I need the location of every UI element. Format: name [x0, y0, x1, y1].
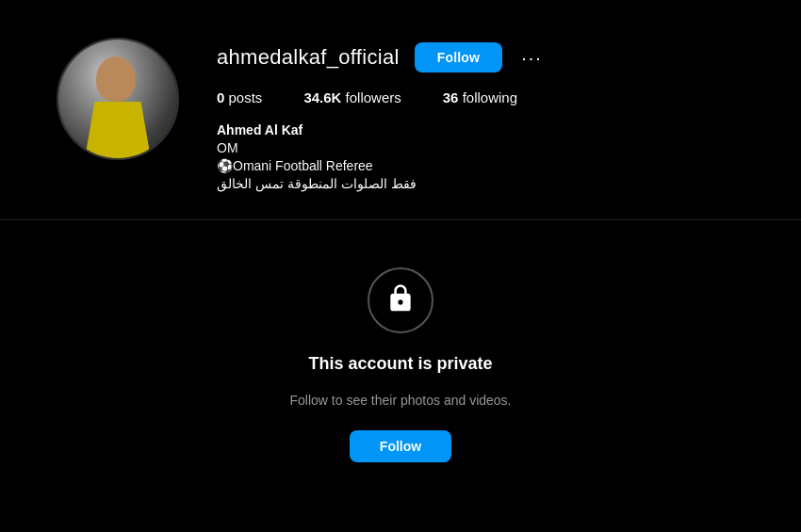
- posts-stat: 0 posts: [217, 89, 262, 105]
- lock-icon: [385, 283, 416, 317]
- posts-count: 0: [217, 89, 224, 105]
- bio-role: ⚽Omani Football Referee: [217, 158, 744, 173]
- avatar-background: [58, 40, 177, 158]
- followers-count: 34.6K: [303, 89, 341, 105]
- avatar-head: [96, 56, 136, 102]
- username-row: ahmedalkaf_official Follow ···: [217, 42, 744, 73]
- bio-name: Ahmed Al Kaf: [217, 122, 744, 137]
- avatar: [57, 38, 179, 160]
- bio-country: OM: [217, 140, 744, 155]
- lock-container: [368, 267, 433, 333]
- profile-section: ahmedalkaf_official Follow ··· 0 posts 3…: [0, 0, 801, 219]
- follow-button-header[interactable]: Follow: [415, 42, 503, 73]
- following-stat: 36 following: [443, 89, 517, 105]
- username: ahmedalkaf_official: [217, 45, 400, 70]
- private-title: This account is private: [308, 354, 492, 374]
- private-account-section: This account is private Follow to see th…: [0, 220, 801, 491]
- bio-arabic: فقط الصلوات المنطوقة تمس الخالق: [217, 176, 744, 191]
- following-count: 36: [443, 89, 459, 105]
- bio-section: Ahmed Al Kaf OM ⚽Omani Football Referee …: [217, 122, 744, 191]
- profile-info: ahmedalkaf_official Follow ··· 0 posts 3…: [217, 38, 744, 191]
- avatar-container: [57, 38, 179, 160]
- following-label: following: [463, 89, 517, 105]
- avatar-shirt: [85, 102, 151, 158]
- followers-label: followers: [346, 89, 401, 105]
- private-subtitle: Follow to see their photos and videos.: [289, 393, 511, 408]
- more-options-button[interactable]: ···: [517, 48, 547, 67]
- stats-row: 0 posts 34.6K followers 36 following: [217, 89, 744, 105]
- posts-label: posts: [229, 89, 263, 105]
- followers-stat: 34.6K followers: [303, 89, 400, 105]
- follow-button-private[interactable]: Follow: [350, 430, 451, 462]
